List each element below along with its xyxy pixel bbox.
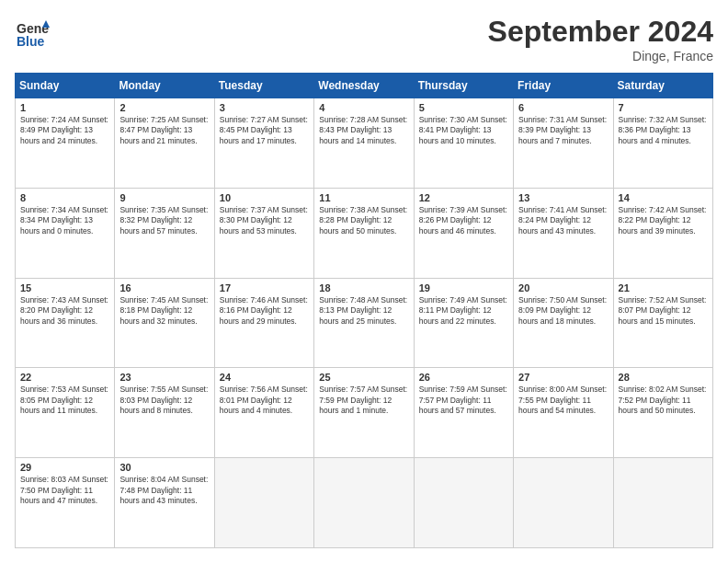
day-info: Sunrise: 7:24 AM Sunset: 8:49 PM Dayligh…: [20, 115, 109, 146]
week-row-1: 1Sunrise: 7:24 AM Sunset: 8:49 PM Daylig…: [16, 98, 713, 189]
table-row: 14Sunrise: 7:42 AM Sunset: 8:22 PM Dayli…: [613, 188, 712, 278]
day-number: 6: [518, 102, 608, 113]
day-info: Sunrise: 8:02 AM Sunset: 7:52 PM Dayligh…: [619, 385, 708, 416]
col-sunday: Sunday: [16, 74, 115, 98]
table-row: 15Sunrise: 7:43 AM Sunset: 8:20 PM Dayli…: [16, 278, 115, 368]
day-info: Sunrise: 7:55 AM Sunset: 8:03 PM Dayligh…: [119, 385, 209, 416]
table-row: [314, 458, 414, 548]
day-info: Sunrise: 7:32 AM Sunset: 8:36 PM Dayligh…: [619, 115, 708, 146]
table-row: 20Sunrise: 7:50 AM Sunset: 8:09 PM Dayli…: [514, 278, 613, 368]
week-row-5: 29Sunrise: 8:03 AM Sunset: 7:50 PM Dayli…: [16, 458, 713, 548]
day-info: Sunrise: 7:45 AM Sunset: 8:18 PM Dayligh…: [119, 295, 209, 327]
calendar-table: Sunday Monday Tuesday Wednesday Thursday…: [15, 73, 713, 548]
day-info: Sunrise: 7:56 AM Sunset: 8:01 PM Dayligh…: [220, 385, 309, 416]
week-row-3: 15Sunrise: 7:43 AM Sunset: 8:20 PM Dayli…: [16, 278, 713, 368]
day-info: Sunrise: 7:38 AM Sunset: 8:28 PM Dayligh…: [319, 205, 408, 236]
title-block: September 2024 Dinge, France: [488, 15, 713, 63]
logo: General Blue: [15, 15, 50, 53]
day-info: Sunrise: 7:46 AM Sunset: 8:16 PM Dayligh…: [220, 295, 309, 327]
day-info: Sunrise: 7:50 AM Sunset: 8:09 PM Dayligh…: [518, 295, 608, 327]
calendar-header-row: Sunday Monday Tuesday Wednesday Thursday…: [16, 74, 713, 98]
table-row: 17Sunrise: 7:46 AM Sunset: 8:16 PM Dayli…: [214, 278, 313, 368]
table-row: 25Sunrise: 7:57 AM Sunset: 7:59 PM Dayli…: [314, 368, 414, 458]
day-number: 1: [20, 102, 109, 113]
table-row: 18Sunrise: 7:48 AM Sunset: 8:13 PM Dayli…: [314, 278, 414, 368]
table-row: 11Sunrise: 7:38 AM Sunset: 8:28 PM Dayli…: [314, 188, 414, 278]
day-info: Sunrise: 7:52 AM Sunset: 8:07 PM Dayligh…: [619, 295, 708, 327]
day-info: Sunrise: 7:27 AM Sunset: 8:45 PM Dayligh…: [220, 115, 309, 146]
day-number: 2: [119, 102, 209, 113]
day-number: 14: [619, 192, 708, 203]
day-number: 20: [518, 282, 608, 293]
table-row: 26Sunrise: 7:59 AM Sunset: 7:57 PM Dayli…: [414, 368, 513, 458]
table-row: 6Sunrise: 7:31 AM Sunset: 8:39 PM Daylig…: [514, 98, 613, 189]
day-number: 21: [619, 282, 708, 293]
table-row: 4Sunrise: 7:28 AM Sunset: 8:43 PM Daylig…: [314, 98, 414, 189]
day-number: 13: [518, 192, 608, 203]
month-title: September 2024: [488, 15, 713, 49]
day-info: Sunrise: 7:48 AM Sunset: 8:13 PM Dayligh…: [319, 295, 408, 327]
table-row: [613, 458, 712, 548]
col-friday: Friday: [514, 74, 613, 98]
day-number: 24: [220, 372, 309, 383]
day-number: 29: [20, 462, 109, 473]
col-saturday: Saturday: [613, 74, 712, 98]
day-number: 22: [20, 372, 109, 383]
day-number: 27: [518, 372, 608, 383]
col-thursday: Thursday: [414, 74, 513, 98]
day-info: Sunrise: 7:34 AM Sunset: 8:34 PM Dayligh…: [20, 205, 109, 236]
day-info: Sunrise: 7:28 AM Sunset: 8:43 PM Dayligh…: [319, 115, 408, 146]
col-tuesday: Tuesday: [214, 74, 313, 98]
day-number: 15: [20, 282, 109, 293]
table-row: 12Sunrise: 7:39 AM Sunset: 8:26 PM Dayli…: [414, 188, 513, 278]
day-number: 4: [319, 102, 408, 113]
day-number: 12: [419, 192, 508, 203]
week-row-2: 8Sunrise: 7:34 AM Sunset: 8:34 PM Daylig…: [16, 188, 713, 278]
table-row: 27Sunrise: 8:00 AM Sunset: 7:55 PM Dayli…: [514, 368, 613, 458]
page-header: General Blue September 2024 Dinge, Franc…: [15, 15, 713, 63]
day-info: Sunrise: 7:42 AM Sunset: 8:22 PM Dayligh…: [619, 205, 708, 236]
day-number: 23: [119, 372, 209, 383]
day-number: 17: [220, 282, 309, 293]
table-row: 3Sunrise: 7:27 AM Sunset: 8:45 PM Daylig…: [214, 98, 313, 189]
table-row: 23Sunrise: 7:55 AM Sunset: 8:03 PM Dayli…: [115, 368, 214, 458]
day-info: Sunrise: 7:37 AM Sunset: 8:30 PM Dayligh…: [220, 205, 309, 236]
day-number: 10: [220, 192, 309, 203]
table-row: [514, 458, 613, 548]
table-row: 9Sunrise: 7:35 AM Sunset: 8:32 PM Daylig…: [115, 188, 214, 278]
table-row: 22Sunrise: 7:53 AM Sunset: 8:05 PM Dayli…: [16, 368, 115, 458]
table-row: 1Sunrise: 7:24 AM Sunset: 8:49 PM Daylig…: [16, 98, 115, 189]
col-monday: Monday: [115, 74, 214, 98]
table-row: 5Sunrise: 7:30 AM Sunset: 8:41 PM Daylig…: [414, 98, 513, 189]
svg-text:Blue: Blue: [17, 34, 45, 49]
table-row: 13Sunrise: 7:41 AM Sunset: 8:24 PM Dayli…: [514, 188, 613, 278]
table-row: 8Sunrise: 7:34 AM Sunset: 8:34 PM Daylig…: [16, 188, 115, 278]
day-info: Sunrise: 7:59 AM Sunset: 7:57 PM Dayligh…: [419, 385, 508, 416]
table-row: 19Sunrise: 7:49 AM Sunset: 8:11 PM Dayli…: [414, 278, 513, 368]
day-number: 19: [419, 282, 508, 293]
table-row: 30Sunrise: 8:04 AM Sunset: 7:48 PM Dayli…: [115, 458, 214, 548]
day-info: Sunrise: 7:41 AM Sunset: 8:24 PM Dayligh…: [518, 205, 608, 236]
day-number: 3: [220, 102, 309, 113]
day-info: Sunrise: 7:57 AM Sunset: 7:59 PM Dayligh…: [319, 385, 408, 416]
day-number: 11: [319, 192, 408, 203]
day-info: Sunrise: 7:43 AM Sunset: 8:20 PM Dayligh…: [20, 295, 109, 327]
col-wednesday: Wednesday: [314, 74, 414, 98]
day-info: Sunrise: 8:03 AM Sunset: 7:50 PM Dayligh…: [20, 475, 109, 506]
day-info: Sunrise: 7:49 AM Sunset: 8:11 PM Dayligh…: [419, 295, 508, 327]
day-number: 8: [20, 192, 109, 203]
day-info: Sunrise: 7:35 AM Sunset: 8:32 PM Dayligh…: [119, 205, 209, 236]
day-number: 25: [319, 372, 408, 383]
table-row: 10Sunrise: 7:37 AM Sunset: 8:30 PM Dayli…: [214, 188, 313, 278]
day-number: 28: [619, 372, 708, 383]
day-number: 18: [319, 282, 408, 293]
day-info: Sunrise: 7:30 AM Sunset: 8:41 PM Dayligh…: [419, 115, 508, 146]
day-number: 16: [119, 282, 209, 293]
day-info: Sunrise: 7:25 AM Sunset: 8:47 PM Dayligh…: [119, 115, 209, 146]
table-row: 2Sunrise: 7:25 AM Sunset: 8:47 PM Daylig…: [115, 98, 214, 189]
location-subtitle: Dinge, France: [488, 49, 713, 63]
day-number: 9: [119, 192, 209, 203]
day-number: 7: [619, 102, 708, 113]
table-row: 29Sunrise: 8:03 AM Sunset: 7:50 PM Dayli…: [16, 458, 115, 548]
day-number: 26: [419, 372, 508, 383]
